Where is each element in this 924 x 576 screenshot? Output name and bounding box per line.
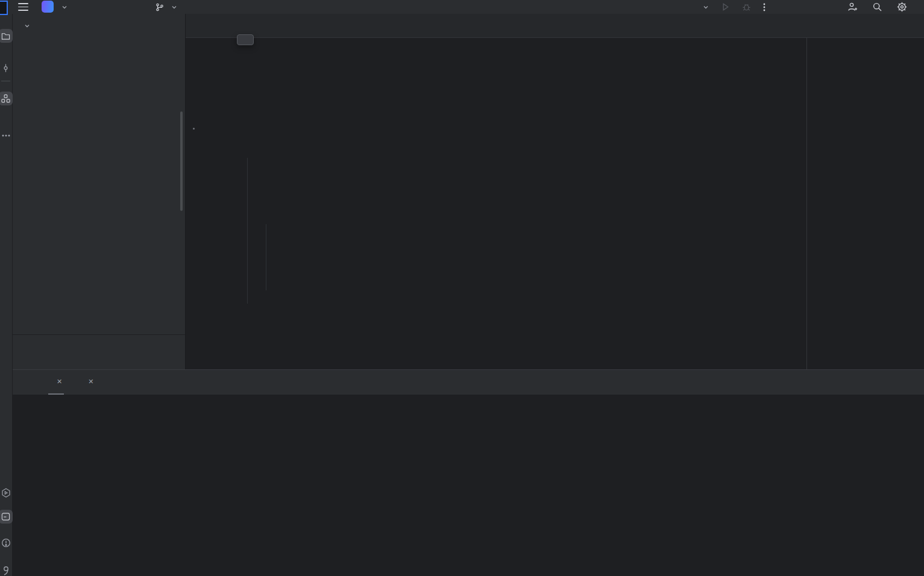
search-icon[interactable]: [872, 2, 882, 12]
left-toolbar: [0, 14, 13, 576]
structure-panel: [12, 334, 185, 370]
branch-selector[interactable]: [156, 0, 177, 14]
code-area[interactable]: [186, 37, 924, 369]
terminal-panel: ✕ ✕: [12, 369, 924, 576]
chevron-down-icon: [171, 4, 177, 10]
chevron-down-icon: [61, 4, 68, 10]
chevron-down-icon: [24, 23, 30, 29]
project-logo[interactable]: [42, 1, 54, 13]
run-config-selector[interactable]: [699, 0, 709, 14]
terminal-tab-local[interactable]: ✕: [48, 370, 64, 395]
indent-guide: [247, 158, 248, 304]
terminal-tool-icon[interactable]: [0, 510, 13, 524]
terminal-header: ✕ ✕: [12, 370, 924, 395]
terminal-tab-git-bash[interactable]: ✕: [80, 370, 95, 395]
main-menu-icon[interactable]: [18, 3, 28, 11]
app-icon: [0, 1, 8, 15]
close-icon[interactable]: ✕: [88, 378, 93, 386]
project-tree: [12, 39, 185, 334]
file-path-tooltip: [237, 34, 254, 45]
terminal-output[interactable]: [12, 395, 924, 576]
editor: [185, 14, 924, 369]
add-user-icon[interactable]: [847, 2, 858, 12]
topbar: [0, 0, 924, 14]
project-panel: [12, 14, 185, 334]
commit-tool-icon[interactable]: [0, 61, 13, 75]
terminal-tabs: ✕ ✕: [48, 370, 95, 395]
git-branch-icon: [156, 3, 164, 11]
structure-tool-icon[interactable]: [0, 92, 13, 105]
services-tool-icon[interactable]: [0, 486, 13, 499]
chevron-down-icon: [703, 4, 709, 10]
more-vertical-icon[interactable]: [763, 2, 765, 12]
gutter-dot: [193, 128, 195, 130]
editor-tabs: [186, 14, 924, 38]
problems-tool-icon[interactable]: [0, 536, 13, 549]
project-tool-icon[interactable]: [0, 29, 13, 43]
project-scrollbar[interactable]: [180, 111, 183, 211]
hard-wrap-guide: [806, 37, 807, 369]
debug-icon[interactable]: [742, 2, 751, 11]
run-icon[interactable]: [721, 2, 730, 11]
gear-icon[interactable]: [897, 2, 907, 12]
indent-guide: [266, 224, 266, 290]
debugger-tool-icon[interactable]: [0, 563, 13, 576]
project-selector[interactable]: [58, 0, 68, 14]
close-icon[interactable]: ✕: [57, 378, 62, 386]
more-tools-icon[interactable]: [0, 128, 13, 142]
project-panel-header[interactable]: [12, 14, 185, 38]
